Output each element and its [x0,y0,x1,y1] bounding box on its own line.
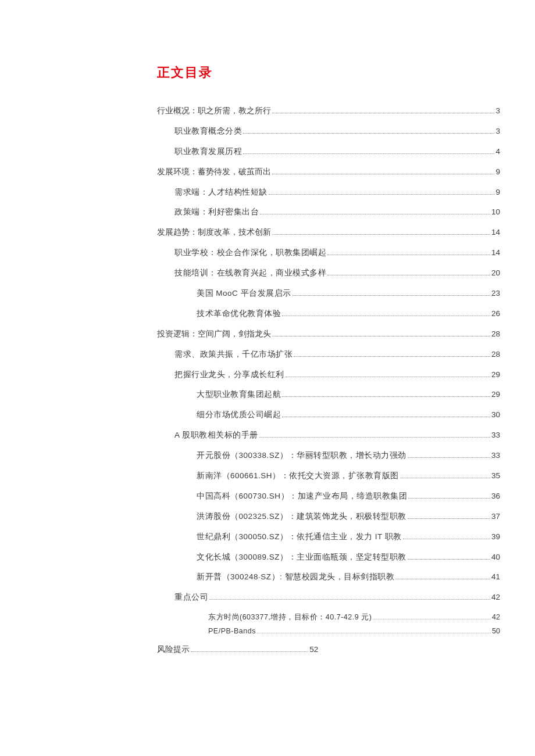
toc-leader-dots [191,651,308,652]
toc-row: PE/PB-Bands50 [157,626,500,637]
toc-leader-dots [209,599,490,600]
toc-page-number: 33 [491,430,500,441]
toc-entry-title: 中国高科（600730.SH）：加速产业布局，缔造职教集团 [197,491,407,502]
toc-page-number: 14 [491,248,500,259]
toc-entry-title: 洪涛股份（002325.SZ）：建筑装饰龙头，积极转型职教 [197,511,406,522]
toc-page-number: 28 [491,329,500,340]
toc-leader-dots [282,396,490,397]
toc-row: 东方时尚(603377,增持，目标价：40.7-42.9 元)42 [157,612,500,623]
toc-entry-title: 东方时尚(603377,增持，目标价：40.7-42.9 元) [208,612,372,623]
toc-entry-title: 文化长城（300089.SZ）：主业面临瓶颈，坚定转型职教 [197,552,406,563]
toc-section: 行业概况：职之所需，教之所行3职业教育概念分类3职业教育发展历程4 [157,106,500,157]
toc-row: 细分市场优质公司崛起30 [157,410,500,421]
toc-row: 新开普（300248·SZ）: 智慧校园龙头，目标剑指职教41 [157,572,500,583]
toc-row: 技术革命优化教育体验26 [157,309,500,320]
toc-row: 风险提示52 [157,644,318,655]
toc-entry-title: 行业概况：职之所需，教之所行 [157,106,271,117]
toc-row: 发展环境：蓄势待发，破茧而出9 [157,167,500,178]
toc-leader-dots [395,579,490,579]
toc-entry-title: 职业教育发展历程 [174,146,242,157]
toc-page-number: 35 [491,471,500,482]
toc-entry-title: 世纪鼎利（300050.SZ）：依托通信主业，发力 IT 职教 [197,532,402,543]
toc-leader-dots [408,518,490,519]
toc-page-number: 52 [309,644,318,655]
toc-section: 发展趋势：制度改革，技术创新14职业学校：校企合作深化，职教集团崛起14技能培训… [157,227,500,319]
toc-row: A 股职教相关标的手册33 [157,430,500,441]
toc-entry-title: 发展趋势：制度改革，技术创新 [157,227,271,238]
toc-page-number: 41 [491,572,500,583]
toc-entry-title: PE/PB-Bands [208,626,256,637]
toc-page-number: 33 [491,450,500,461]
toc-entry-title: 政策端：利好密集出台 [174,207,259,218]
toc-entry-title: 技术革命优化教育体验 [197,309,281,320]
toc-leader-dots [272,336,490,336]
toc-row: 政策端：利好密集出台10 [157,207,500,218]
toc-leader-dots [286,377,490,377]
toc-row: 大型职业教育集团起航29 [157,389,500,400]
table-of-contents: 行业概况：职之所需，教之所行3职业教育概念分类3职业教育发展历程4发展环境：蓄势… [157,106,500,655]
toc-leader-dots [272,234,490,235]
toc-leader-dots [243,153,494,154]
toc-row: 需求端：人才结构性短缺9 [157,187,500,198]
toc-page-number: 14 [491,227,500,238]
toc-page-number: 50 [492,626,500,637]
toc-page-number: 26 [491,309,500,320]
toc-page-number: 42 [491,592,500,603]
toc-leader-dots [257,633,491,633]
toc-page-number: 30 [491,410,500,421]
toc-row: 技能培训：在线教育兴起，商业模式多样20 [157,268,500,279]
toc-leader-dots [260,214,490,214]
toc-page-number: 39 [491,532,500,543]
toc-leader-dots [327,275,490,275]
toc-row: 把握行业龙头，分享成长红利29 [157,370,500,381]
toc-leader-dots [408,457,490,458]
toc-leader-dots [294,356,490,357]
toc-page-number: 9 [495,187,500,198]
toc-entry-title: 大型职业教育集团起航 [197,389,281,400]
toc-entry-title: 新开普（300248·SZ）: 智慧校园龙头，目标剑指职教 [197,572,394,583]
toc-leader-dots [403,539,490,539]
toc-page-number: 3 [495,106,500,117]
toc-page-number: 42 [492,612,500,623]
toc-page-number: 20 [491,268,500,279]
toc-leader-dots [259,437,490,438]
toc-page-number: 37 [491,511,500,522]
toc-leader-dots [327,255,490,255]
toc-entry-title: 新南洋（600661.SH）：依托交大资源，扩张教育版图 [197,471,399,482]
toc-row: 投资逻辑：空间广阔，剑指龙头28 [157,329,500,340]
toc-page-number: 29 [491,389,500,400]
toc-entry-title: 技能培训：在线教育兴起，商业模式多样 [174,268,326,279]
toc-section: 发展环境：蓄势待发，破茧而出9需求端：人才结构性短缺9政策端：利好密集出台10 [157,167,500,218]
toc-page-number: 4 [495,146,500,157]
toc-entry-title: 职业教育概念分类 [174,126,242,137]
toc-entry-title: 需求端：人才结构性短缺 [174,187,268,198]
toc-row: 需求、政策共振，千亿市场扩张28 [157,349,500,360]
toc-row: 职业教育概念分类3 [157,126,500,137]
toc-row: 重点公司42 [157,592,500,603]
toc-section: 投资逻辑：空间广阔，剑指龙头28需求、政策共振，千亿市场扩张28把握行业龙头，分… [157,329,500,636]
toc-leader-dots [400,478,490,478]
toc-row: 中国高科（600730.SH）：加速产业布局，缔造职教集团36 [157,491,500,502]
toc-entry-title: 细分市场优质公司崛起 [197,410,281,421]
toc-entry-title: 需求、政策共振，千亿市场扩张 [174,349,293,360]
page-title: 正文目录 [157,64,500,81]
toc-leader-dots [272,174,494,174]
toc-row: 世纪鼎利（300050.SZ）：依托通信主业，发力 IT 职教39 [157,532,500,543]
toc-entry-title: 把握行业龙头，分享成长红利 [174,370,284,381]
toc-row: 美国 MooC 平台发展启示23 [157,288,500,299]
toc-entry-title: 职业学校：校企合作深化，职教集团崛起 [174,248,326,259]
toc-leader-dots [243,133,494,134]
toc-leader-dots [408,559,490,560]
toc-row: 行业概况：职之所需，教之所行3 [157,106,500,117]
toc-entry-title: 投资逻辑：空间广阔，剑指龙头 [157,329,271,340]
toc-section: 风险提示52 [157,644,500,655]
toc-row: 职业教育发展历程4 [157,146,500,157]
toc-leader-dots [282,417,490,417]
document-page: 正文目录 行业概况：职之所需，教之所行3职业教育概念分类3职业教育发展历程4发展… [0,0,535,700]
toc-leader-dots [282,316,490,316]
toc-page-number: 29 [491,370,500,381]
toc-page-number: 9 [495,167,500,178]
toc-entry-title: A 股职教相关标的手册 [174,430,258,441]
toc-page-number: 40 [491,552,500,563]
toc-row: 新南洋（600661.SH）：依托交大资源，扩张教育版图35 [157,471,500,482]
